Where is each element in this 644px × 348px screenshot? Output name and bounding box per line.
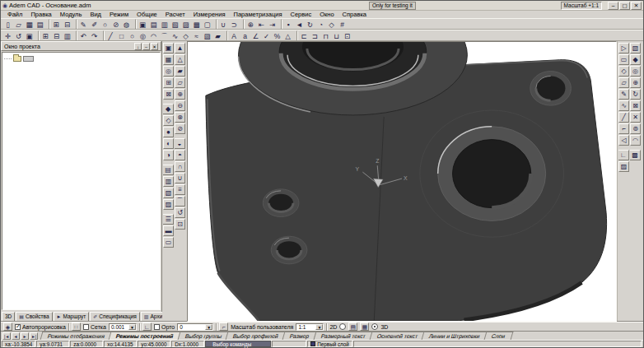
- 3d-radio[interactable]: [371, 323, 378, 330]
- fragment-icon[interactable]: ▥: [159, 19, 170, 30]
- arc-edge-icon[interactable]: ⌒: [175, 196, 185, 206]
- circle-tool-icon[interactable]: ○: [127, 30, 138, 41]
- boolean-add-icon[interactable]: ⊕: [175, 89, 185, 100]
- autodraw-checkbox[interactable]: Автопрорисовка: [15, 324, 66, 330]
- arc-tool-icon[interactable]: ◠: [148, 30, 159, 41]
- pen-icon[interactable]: ✐: [89, 19, 100, 30]
- import-icon[interactable]: ⊞: [49, 19, 62, 30]
- mode-tab-3[interactable]: Выбор профилей: [226, 332, 287, 340]
- boolean-sub-icon[interactable]: ⊖: [175, 100, 185, 111]
- rhombus-icon[interactable]: ◆: [630, 54, 641, 65]
- user-scale-icon[interactable]: ⌐: [219, 322, 228, 331]
- frame-icon[interactable]: ▭: [163, 237, 174, 248]
- chamfer-3d-icon[interactable]: ◓: [175, 150, 185, 160]
- extend-icon[interactable]: ⊐: [310, 30, 320, 41]
- ortho-mode-icon[interactable]: ∟: [618, 150, 629, 160]
- loft-icon[interactable]: ▱: [175, 77, 185, 88]
- save-icon[interactable]: ▦: [24, 19, 35, 30]
- corner-icon[interactable]: ⊓: [320, 30, 331, 41]
- panel-close-icon[interactable]: ✕: [151, 43, 158, 50]
- project-tree-icon[interactable]: ▣: [163, 43, 174, 53]
- menu-item-2[interactable]: Модуль: [56, 11, 86, 18]
- fill-icon[interactable]: ◍: [121, 19, 132, 30]
- pointer-icon[interactable]: ◈: [3, 322, 12, 331]
- snap-icon[interactable]: ◁: [618, 135, 629, 146]
- polygon-tool-icon[interactable]: ◇: [180, 30, 191, 41]
- chevron-down-icon[interactable]: ▼: [128, 324, 136, 330]
- stack-icon[interactable]: ≡: [175, 184, 185, 195]
- tab-3d[interactable]: 3D: [2, 312, 15, 322]
- new-document-icon[interactable]: ▯: [2, 19, 13, 30]
- list-icon[interactable]: ☰: [163, 214, 174, 225]
- circle-draw-icon[interactable]: ◎: [630, 66, 641, 77]
- boolean-union-icon[interactable]: ∪: [216, 19, 229, 30]
- layer-indicator[interactable]: Первый слой: [307, 341, 352, 347]
- text-tool-icon[interactable]: A: [226, 30, 240, 41]
- text-node-icon[interactable]: a: [240, 30, 250, 41]
- menu-item-1[interactable]: Правка: [26, 11, 55, 18]
- mode-tab-8[interactable]: Слои: [483, 332, 512, 340]
- user-scale-select[interactable]: 1:1 ▼: [296, 323, 324, 331]
- menu-item-4[interactable]: Режим: [105, 11, 133, 18]
- tab-scroll-next-icon[interactable]: ►: [21, 332, 29, 340]
- print-icon[interactable]: ▤: [35, 19, 45, 30]
- trim-icon[interactable]: ⊏: [296, 30, 310, 41]
- region-icon[interactable]: ▧: [630, 43, 641, 53]
- fillet-3d-icon[interactable]: ◒: [175, 138, 185, 149]
- paste-fragment-icon[interactable]: ⊟: [51, 30, 62, 41]
- sketch-icon[interactable]: ✎: [618, 89, 629, 100]
- percent-icon[interactable]: %: [272, 30, 282, 41]
- boolean-int-icon[interactable]: ⊗: [175, 112, 185, 123]
- half-section-icon[interactable]: ◐: [163, 138, 174, 149]
- flat-view-icon[interactable]: ▤: [348, 322, 357, 331]
- window-view-icon[interactable]: ▤: [148, 19, 159, 30]
- taper-icon[interactable]: △: [282, 30, 293, 41]
- menu-item-11[interactable]: Справка: [338, 11, 371, 18]
- checkbox-checked-icon[interactable]: [15, 324, 21, 330]
- menu-item-10[interactable]: Окно: [315, 11, 338, 18]
- ortho-angle-select[interactable]: 0 ▼: [177, 323, 213, 331]
- erase-obj-icon[interactable]: ✕: [630, 112, 641, 123]
- tree-node-thumbnail[interactable]: [23, 56, 34, 62]
- mirror-left-icon[interactable]: ⇤: [256, 19, 267, 30]
- workspace-icon[interactable]: ▩: [191, 19, 202, 30]
- arc3p-tool-icon[interactable]: ⌒: [159, 30, 170, 41]
- add-node-icon[interactable]: ⊕: [630, 77, 641, 88]
- extrude-icon[interactable]: ▲: [175, 43, 185, 53]
- mode-tab-2[interactable]: Выбор группы: [177, 332, 229, 340]
- fillet-icon[interactable]: ⊔: [331, 30, 342, 41]
- spline-tool-icon[interactable]: ≈: [191, 30, 202, 41]
- refresh-icon[interactable]: ↺: [13, 30, 24, 41]
- fill-hatch-icon[interactable]: ▩: [630, 150, 641, 160]
- rotate-obj-icon[interactable]: ↻: [630, 89, 641, 100]
- panel-pin-icon[interactable]: ↓: [134, 43, 142, 50]
- mode-tab-4[interactable]: Размер: [282, 332, 317, 340]
- close-button[interactable]: ✕: [631, 2, 642, 10]
- shaded-mode-icon[interactable]: ●: [163, 127, 174, 137]
- mode-tab-7[interactable]: Линии и Штриховки: [422, 332, 488, 340]
- tab-scroll-prev-icon[interactable]: ◄: [12, 332, 20, 340]
- menu-item-0[interactable]: Файл: [3, 11, 26, 18]
- rect-tool-icon[interactable]: □: [116, 30, 127, 41]
- minimize-button[interactable]: –: [608, 2, 618, 10]
- mirror-right-icon[interactable]: ⇥: [267, 19, 278, 30]
- tab-scroll-first-icon[interactable]: |◄: [2, 332, 11, 340]
- line-tool-icon[interactable]: ╱: [103, 30, 116, 41]
- eraser-icon[interactable]: ⊘: [110, 19, 121, 30]
- shell-icon[interactable]: ⊘: [175, 123, 185, 134]
- ortho-angle-icon[interactable]: ∟: [142, 322, 152, 331]
- menu-item-8[interactable]: Параметризация: [230, 11, 287, 18]
- solid-tool-icon[interactable]: ▰: [212, 30, 223, 41]
- save-view-icon[interactable]: ▣: [24, 30, 35, 41]
- polyline-tool-icon[interactable]: ∿: [170, 30, 180, 41]
- ring-icon[interactable]: ⊚: [630, 123, 641, 134]
- hatch-tool-icon[interactable]: ▨: [202, 30, 212, 41]
- bar-icon[interactable]: ▬: [163, 225, 174, 236]
- tree-root-node[interactable]: [2, 53, 160, 65]
- parallelogram-icon[interactable]: ▱: [618, 77, 629, 88]
- plane-xy-icon[interactable]: ▤: [163, 165, 174, 175]
- grid-icon[interactable]: ∷: [72, 322, 81, 331]
- mode-tab-1[interactable]: Режимы построений: [109, 332, 181, 340]
- curve-icon[interactable]: ∿: [618, 100, 629, 111]
- redo-icon[interactable]: ↷: [89, 30, 100, 41]
